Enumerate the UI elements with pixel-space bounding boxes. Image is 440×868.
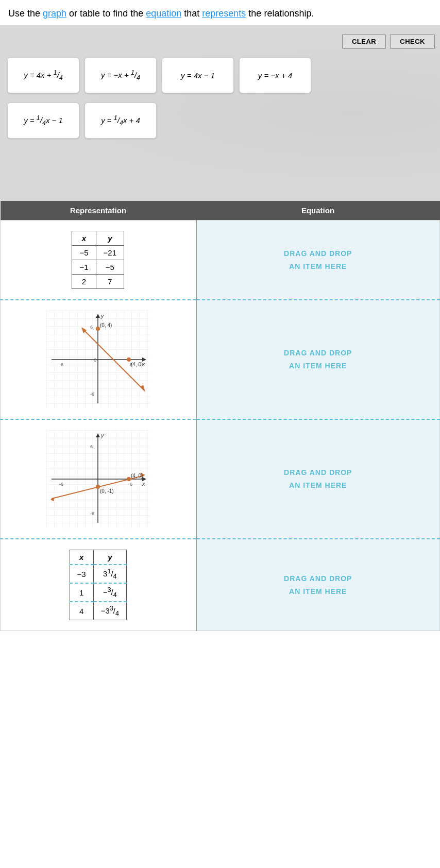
equation-cards-row2: y = 1/4x − 1 y = 1/4x + 4 [5,100,435,141]
svg-text:-6: -6 [59,482,63,487]
svg-text:(4, 0): (4, 0) [131,473,143,479]
table-row: y x 6 -6 -6 6 [1,419,440,539]
svg-text:(4, 0): (4, 0) [131,362,143,367]
svg-text:(0, 4): (0, 4) [100,322,112,328]
col-y: y [93,550,126,565]
svg-text:6: 6 [130,482,132,487]
eq-card-4[interactable]: y = −x + 4 [239,57,311,93]
cell: −3/4 [93,583,126,602]
svg-point-33 [127,477,131,481]
svg-text:x: x [142,481,145,487]
graph-link[interactable]: graph [43,8,66,19]
svg-text:-6: -6 [59,362,63,367]
equation-cards-container: y = 4x + 1/4 y = −x + 1/4 y = 4x − 1 y =… [5,55,435,95]
cell: −21 [96,246,124,260]
eq-card-3[interactable]: y = 4x − 1 [162,57,234,93]
cell: 31/4 [93,565,126,583]
table-row: x y −3 31/4 1 −3/4 4 −33/4 [1,539,440,631]
table-row: x y −5 −21 −1 −5 2 7 [1,220,440,300]
svg-text:0: 0 [94,358,96,363]
check-button[interactable]: CHECK [390,34,435,49]
svg-text:(0, -1): (0, -1) [100,488,114,494]
graph-1: y x 0 6 -6 -6 6 [46,311,149,409]
svg-point-15 [96,327,100,331]
col-representation: Representation [1,201,196,220]
svg-text:6: 6 [90,325,93,330]
drop-zone-3[interactable]: DRAG AND DROPAN ITEM HERE [196,419,440,539]
eq-card-1[interactable]: y = 4x + 1/4 [7,57,79,93]
drop-zone-4[interactable]: DRAG AND DROPAN ITEM HERE [196,539,440,631]
equation-link[interactable]: equation [146,8,181,19]
graph-2: y x 6 -6 -6 6 [46,430,149,528]
eq-card-6[interactable]: y = 1/4x + 4 [84,103,157,139]
rep-cell-3: y x 6 -6 -6 6 [1,419,196,539]
cell: 7 [96,275,124,289]
svg-point-17 [127,358,131,362]
drag-area: CLEAR CHECK y = 4x + 1/4 y = −x + 1/4 y … [0,26,440,201]
clear-button[interactable]: CLEAR [342,34,386,49]
header: Use the graph or table to find the equat… [0,0,440,26]
cell: −5 [96,260,124,275]
col-y: y [96,231,124,246]
represents-link[interactable]: represents [202,8,246,19]
drop-zone-1[interactable]: DRAG AND DROPAN ITEM HERE [196,220,440,300]
cell: −3 [70,565,93,583]
graph-container-1: y x 0 6 -6 -6 6 [11,311,185,409]
rep-cell-4: x y −3 31/4 1 −3/4 4 −33/4 [1,539,196,631]
eq-card-2[interactable]: y = −x + 1/4 [84,57,157,93]
drop-zone-2[interactable]: DRAG AND DROPAN ITEM HERE [196,300,440,419]
cell: −1 [72,260,96,275]
col-equation: Equation [196,201,440,220]
rep-cell-1: x y −5 −21 −1 −5 2 7 [1,220,196,300]
cell: −5 [72,246,96,260]
eq-card-5[interactable]: y = 1/4x − 1 [7,103,79,139]
data-table-1: x y −5 −21 −1 −5 2 7 [72,231,124,289]
svg-text:-6: -6 [90,511,94,516]
cell: −33/4 [93,602,126,620]
match-table: Representation Equation x y −5 −21 −1 [0,201,440,631]
graph-container-2: y x 6 -6 -6 6 [11,430,185,528]
cell: 1 [70,583,93,602]
table-row: y x 0 6 -6 -6 6 [1,300,440,419]
cell: 2 [72,275,96,289]
cell: 4 [70,602,93,620]
data-table-2: x y −3 31/4 1 −3/4 4 −33/4 [70,550,127,620]
svg-text:-6: -6 [90,392,94,397]
col-x: x [70,550,93,565]
svg-text:6: 6 [90,444,93,449]
rep-cell-2: y x 0 6 -6 -6 6 [1,300,196,419]
col-x: x [72,231,96,246]
svg-point-35 [96,485,100,489]
